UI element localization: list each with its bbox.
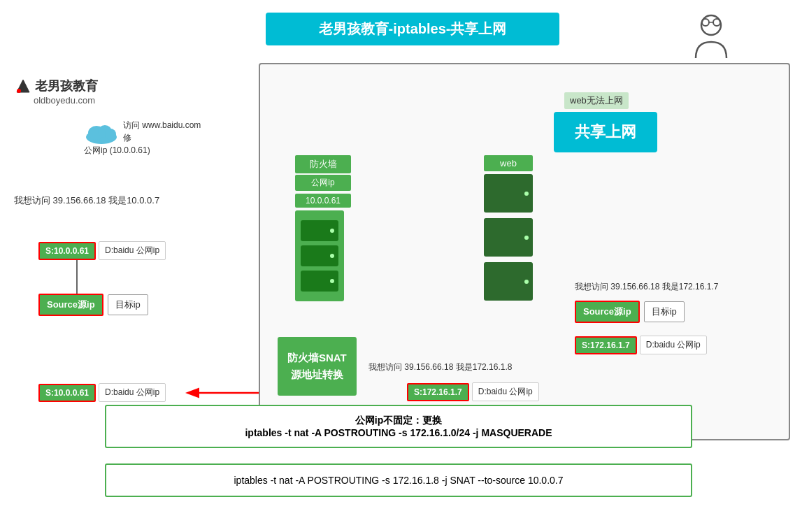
firewall-sublabel: 公网ip: [295, 175, 351, 191]
logo-site: oldboyedu.com: [34, 95, 154, 106]
right-label-row: Source源ip 目标ip: [575, 301, 685, 323]
mid-src: S:172.16.1.7: [407, 383, 469, 401]
cloud-text2: 公网ip (10.0.0.61): [84, 144, 210, 157]
web-server-2: [484, 218, 533, 257]
right-source-label: Source源ip: [575, 301, 640, 323]
svg-point-7: [702, 19, 709, 26]
server-unit-1: [301, 220, 338, 241]
mid-dst: D:baidu 公网ip: [472, 382, 539, 401]
snat-box: 防火墙SNAT 源地址转换: [278, 337, 357, 396]
top-left-packet: S:10.0.0.61 D:baidu 公网ip: [38, 241, 166, 260]
person-icon: [690, 13, 732, 64]
svg-point-8: [713, 19, 720, 26]
top-left-dst: D:baidu 公网ip: [99, 241, 166, 260]
mid-packet: S:172.16.1.7 D:baidu 公网ip: [407, 382, 539, 401]
web-label: web: [484, 155, 533, 171]
bottom-left-packet: S:10.0.0.61 D:baidu 公网ip: [38, 383, 166, 402]
cmd2: iptables -t nat -A POSTROUTING -s 172.16…: [116, 475, 681, 486]
firewall-ip: 10.0.0.61: [295, 194, 351, 208]
firewall-label: 防火墙: [295, 155, 351, 173]
web-server-3: [484, 262, 533, 301]
firewall-box: 防火墙 公网ip 10.0.0.61: [295, 155, 351, 301]
cloud-area: 访问 www.baidu.com 修 公网ip (10.0.0.61): [84, 119, 210, 157]
svg-point-15: [105, 129, 116, 140]
left-target-label: 目标ip: [108, 294, 148, 315]
right-top-src: S:172.16.1.7: [575, 336, 637, 354]
web-cannot-label: web无法上网: [564, 92, 629, 109]
snat-line1: 防火墙SNAT: [287, 350, 347, 366]
main-title: 老男孩教育-iptables-共享上网: [266, 13, 559, 45]
right-top-packet: S:172.16.1.7 D:baidu 公网ip: [575, 336, 707, 354]
server-unit-2: [301, 245, 338, 266]
cloud-icon: [84, 119, 119, 144]
cmd1-line2: iptables -t nat -A POSTROUTING -s 172.16…: [115, 427, 682, 438]
svg-point-11: [17, 89, 21, 93]
bottom-left-src: S:10.0.0.61: [38, 384, 96, 402]
logo-icon: [14, 77, 32, 95]
left-visit-text: 我想访问 39.156.66.18 我是10.0.0.7: [14, 194, 159, 207]
share-net-label: 共享上网: [554, 112, 657, 152]
bottom-left-dst: D:baidu 公网ip: [99, 383, 166, 402]
web-servers: [484, 174, 533, 301]
right-top-dst: D:baidu 公网ip: [640, 336, 707, 354]
server-unit-3: [301, 271, 338, 292]
left-label-row: Source源ip 目标ip: [38, 294, 148, 316]
right-target-label: 目标ip: [644, 301, 685, 322]
diagram-box: 防火墙 公网ip 10.0.0.61 web web无法上网 共享上网 我想访问…: [259, 63, 790, 440]
left-source-label: Source源ip: [38, 294, 103, 316]
logo-area: 老男孩教育 oldboyedu.com: [14, 77, 154, 106]
mid-visit-text: 我想访问 39.156.66.18 我是172.16.1.8: [368, 361, 512, 373]
firewall-server: [295, 210, 344, 301]
cmd1-line1: 公网ip不固定：更换: [115, 415, 682, 427]
top-left-src: S:10.0.0.61: [38, 242, 96, 260]
web-box: web: [484, 155, 533, 301]
right-visit-text: 我想访问 39.156.66.18 我是172.16.1.7: [575, 281, 718, 293]
command-box-1: 公网ip不固定：更换 iptables -t nat -A POSTROUTIN…: [105, 405, 692, 448]
command-box-2: iptables -t nat -A POSTROUTING -s 172.16…: [105, 463, 692, 497]
web-server-1: [484, 174, 533, 213]
snat-line2: 源地址转换: [287, 366, 347, 383]
logo-brand: 老男孩教育: [14, 77, 154, 95]
